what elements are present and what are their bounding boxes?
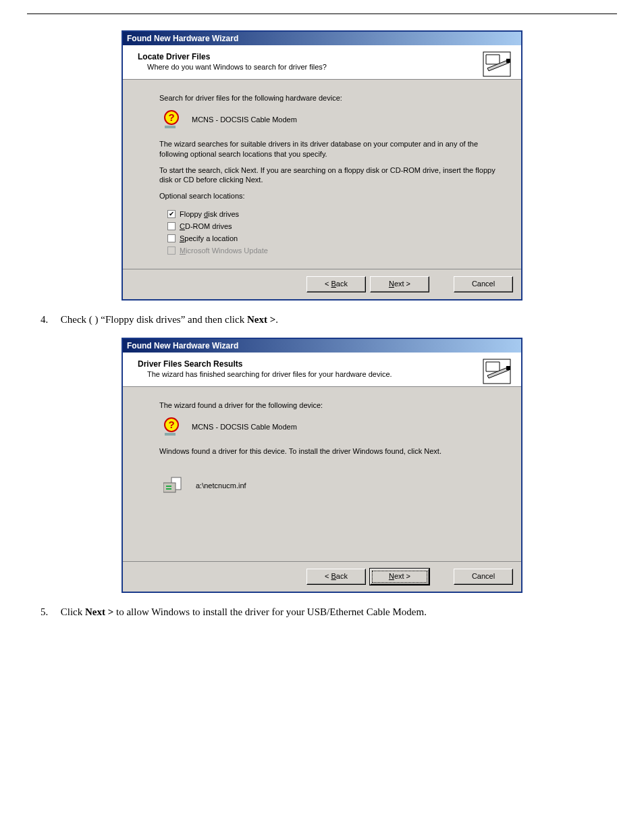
found-line: The wizard found a driver for the follow…: [159, 400, 502, 410]
svg-rect-11: [163, 483, 176, 492]
option-specify[interactable]: Specify a location: [167, 232, 502, 244]
optional-locations-label: Optional search locations:: [159, 191, 502, 201]
inf-path: a:\netcnucm.inf: [196, 481, 246, 490]
svg-rect-6: [506, 366, 510, 370]
header-title: Driver Files Search Results: [138, 359, 512, 369]
back-button[interactable]: < Back: [306, 569, 366, 585]
svg-text:?: ?: [168, 419, 174, 430]
hardware-wizard-icon: [482, 358, 512, 385]
unknown-device-icon: ?: [163, 417, 182, 437]
para-database: The wizard searches for suitable drivers…: [159, 139, 502, 159]
unknown-device-icon: ?: [163, 109, 182, 130]
inf-file-icon: [163, 476, 186, 495]
svg-text:?: ?: [168, 111, 174, 123]
hardware-wizard-icon: [482, 51, 512, 78]
dialog-header: Locate Driver Files Where do you want Wi…: [123, 45, 521, 80]
header-subtitle: Where do you want Windows to search for …: [147, 63, 512, 71]
dialog-footer: < Back Next > Cancel: [123, 269, 521, 299]
titlebar: Found New Hardware Wizard: [123, 339, 521, 353]
header-title: Locate Driver Files: [138, 52, 512, 61]
header-subtitle: The wizard has finished searching for dr…: [147, 370, 512, 378]
para-install: Windows found a driver for this device. …: [159, 446, 502, 456]
step-number: 5.: [41, 605, 58, 619]
device-name: MCNS - DOCSIS Cable Modem: [192, 115, 297, 124]
cancel-button[interactable]: Cancel: [454, 276, 513, 292]
option-floppy-label: Floppy disk drives: [180, 209, 239, 219]
device-row: ? MCNS - DOCSIS Cable Modem: [163, 417, 502, 437]
instruction-4-text-b: .: [275, 314, 278, 325]
option-windows-update-label: Microsoft Windows Update: [180, 246, 268, 255]
next-button[interactable]: Next >: [370, 276, 429, 292]
instruction-5-text-b: to allow Windows to install the driver f…: [113, 606, 427, 617]
instruction-5-bold: Next >: [85, 606, 113, 617]
next-button[interactable]: Next >: [370, 569, 429, 585]
titlebar: Found New Hardware Wizard: [123, 32, 521, 45]
instruction-4-bold: Next >: [247, 314, 275, 325]
checkbox-specify[interactable]: [167, 234, 176, 242]
wizard-dialog-locate: Found New Hardware Wizard Locate Driver …: [122, 30, 522, 301]
option-windows-update: Microsoft Windows Update: [167, 244, 502, 257]
instruction-4-text-a: Check ( ) “Floppy disk drives” and then …: [61, 314, 247, 325]
dialog-body: Search for driver files for the followin…: [123, 80, 521, 269]
checkbox-windows-update: [167, 246, 176, 255]
cancel-button[interactable]: Cancel: [454, 569, 513, 585]
device-name: MCNS - DOCSIS Cable Modem: [192, 422, 297, 432]
dialog-body: The wizard found a driver for the follow…: [123, 387, 521, 562]
instruction-5: 5. Click Next > to allow Windows to inst…: [61, 605, 617, 619]
svg-rect-13: [166, 488, 171, 490]
svg-rect-9: [165, 433, 176, 436]
checkbox-floppy[interactable]: ✔: [167, 210, 176, 218]
dialog-footer: < Back Next > Cancel: [123, 561, 521, 592]
wizard-dialog-results: Found New Hardware Wizard Driver Files S…: [122, 338, 522, 594]
instruction-5-text-a: Click: [61, 606, 85, 617]
svg-rect-4: [165, 126, 176, 128]
option-cdrom-label: CD-ROM drives: [180, 221, 232, 231]
option-floppy[interactable]: ✔ Floppy disk drives: [167, 208, 502, 220]
para-insert: To start the search, click Next. If you …: [159, 165, 502, 185]
search-line: Search for driver files for the followin…: [159, 93, 502, 103]
instruction-4: 4. Check ( ) “Floppy disk drives” and th…: [61, 313, 617, 327]
checkbox-cdrom[interactable]: [167, 222, 176, 230]
option-cdrom[interactable]: CD-ROM drives: [167, 220, 502, 232]
options-list: ✔ Floppy disk drives CD-ROM drives Speci…: [167, 208, 502, 257]
svg-rect-1: [506, 59, 510, 63]
inf-row: a:\netcnucm.inf: [163, 476, 502, 495]
page-top-rule: [27, 14, 617, 14]
back-button[interactable]: < Back: [306, 276, 366, 292]
step-number: 4.: [41, 313, 58, 327]
device-row: ? MCNS - DOCSIS Cable Modem: [163, 109, 502, 130]
option-specify-label: Specify a location: [180, 234, 238, 243]
svg-rect-12: [166, 486, 171, 487]
dialog-header: Driver Files Search Results The wizard h…: [123, 353, 521, 387]
